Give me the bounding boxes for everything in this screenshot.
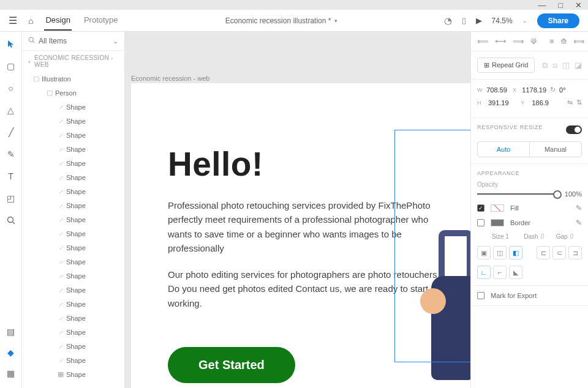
boolean-intersect-icon[interactable]: ◫: [562, 61, 570, 70]
tab-prototype[interactable]: Prototype: [83, 10, 119, 31]
layer-search[interactable]: All Items ⌄: [22, 32, 124, 51]
artboard-label[interactable]: Economic recession - web: [131, 75, 209, 82]
width-field[interactable]: 708.59: [486, 86, 509, 94]
border-checkbox[interactable]: [477, 219, 484, 226]
rotate-icon[interactable]: ↻: [550, 86, 556, 94]
align-right-icon[interactable]: ⟹: [513, 37, 524, 46]
chevron-down-icon[interactable]: ⌄: [522, 18, 527, 24]
size-field[interactable]: 1: [505, 233, 509, 240]
y-field[interactable]: 186.9: [532, 99, 561, 106]
flip-v-icon[interactable]: ⇅: [576, 99, 582, 106]
fill-swatch[interactable]: [491, 204, 504, 212]
layer-folder[interactable]: ▢Person: [22, 86, 124, 100]
line-tool[interactable]: ╱: [5, 126, 17, 138]
eyedropper-icon[interactable]: ✎: [576, 218, 582, 227]
repeat-grid-button[interactable]: ⊞Repeat Grid: [477, 58, 535, 73]
eyedropper-icon[interactable]: ✎: [576, 204, 582, 212]
manual-option[interactable]: Manual: [530, 142, 581, 157]
layer-shape[interactable]: ⟋Shape: [22, 170, 124, 184]
chevron-down-icon[interactable]: ⌄: [113, 37, 118, 45]
layer-shape[interactable]: ⟋Shape: [22, 184, 124, 198]
responsive-toggle[interactable]: [566, 125, 582, 134]
layer-shape[interactable]: ⟋Shape: [22, 269, 124, 283]
share-button[interactable]: Share: [537, 13, 579, 28]
zoom-value[interactable]: 74.5%: [492, 17, 513, 25]
layer-shape[interactable]: ⟋Shape: [22, 283, 124, 297]
device-icon[interactable]: ▯: [462, 16, 466, 25]
tab-design[interactable]: Design: [44, 10, 71, 31]
layers-panel-icon[interactable]: ◆: [5, 346, 17, 359]
flip-h-icon[interactable]: ⇋: [567, 99, 573, 106]
layer-shape[interactable]: ⟋Shape: [22, 212, 124, 226]
rectangle-tool[interactable]: ▢: [5, 60, 17, 72]
layer-shape[interactable]: ⟋Shape: [22, 297, 124, 311]
align-top-icon[interactable]: ⟰: [560, 37, 567, 46]
artboard[interactable]: Hello! Professional photo retouching ser…: [131, 83, 470, 388]
text-tool[interactable]: T: [5, 170, 17, 182]
align-center-v-icon[interactable]: ⟺: [573, 37, 585, 46]
layer-shape[interactable]: ⟋Shape: [22, 226, 124, 241]
plugins-panel-icon[interactable]: ▦: [5, 367, 17, 379]
join-round-icon[interactable]: ⌐: [493, 266, 507, 279]
auto-option[interactable]: Auto: [478, 142, 530, 157]
mark-export-checkbox[interactable]: [477, 292, 484, 299]
boolean-add-icon[interactable]: ⧉: [542, 61, 548, 70]
layer-breadcrumb[interactable]: ‹ ECONOMIC RECESSION - WEB: [22, 51, 124, 72]
layer-shape[interactable]: ⟋Shape: [22, 198, 124, 212]
chevron-down-icon[interactable]: ▾: [334, 18, 337, 24]
boolean-subtract-icon[interactable]: ⧈: [552, 61, 557, 70]
dash-field[interactable]: 0: [541, 233, 545, 240]
layer-shape[interactable]: ⟋Shape: [22, 325, 124, 339]
layer-shape[interactable]: ⟋Shape: [22, 339, 124, 353]
resize-mode-segment[interactable]: Auto Manual: [477, 141, 582, 157]
layer-shape[interactable]: ⟋Shape: [22, 114, 124, 128]
artboard-tool[interactable]: ◰: [5, 192, 17, 204]
window-maximize[interactable]: □: [558, 1, 563, 10]
gap-field[interactable]: 0: [570, 233, 574, 240]
stroke-outer-icon[interactable]: ◧: [509, 246, 522, 259]
cap-round-icon[interactable]: ⊂: [552, 246, 566, 259]
canvas[interactable]: Economic recession - web Hello! Professi…: [125, 32, 470, 388]
layer-shape[interactable]: ⟋Shape: [22, 142, 124, 156]
stroke-center-icon[interactable]: ◫: [493, 246, 507, 259]
window-minimize[interactable]: —: [538, 1, 546, 10]
layer-shape[interactable]: ⟋Shape: [22, 353, 124, 367]
rotation-field[interactable]: 0°: [559, 86, 582, 94]
menu-icon[interactable]: ☰: [9, 15, 17, 26]
document-title[interactable]: Economic recession illustration *: [225, 17, 331, 25]
stroke-inner-icon[interactable]: ▣: [477, 246, 491, 259]
x-field[interactable]: 1178.19: [522, 86, 546, 94]
window-close[interactable]: ✕: [575, 1, 582, 10]
cap-square-icon[interactable]: ⊐: [568, 246, 582, 259]
layer-shape[interactable]: ▦Shape: [22, 367, 124, 381]
boolean-exclude-icon[interactable]: ◪: [575, 61, 582, 70]
select-tool[interactable]: [5, 38, 17, 50]
layer-shape[interactable]: ⟋Shape: [22, 241, 124, 255]
play-icon[interactable]: ▶: [476, 16, 482, 25]
align-center-h-icon[interactable]: ⟷: [495, 37, 507, 46]
pen-tool[interactable]: ✎: [5, 148, 17, 160]
user-icon[interactable]: ◔: [444, 15, 452, 26]
layer-shape[interactable]: ⟋Shape: [22, 255, 124, 269]
layer-shape[interactable]: ⟋Shape: [22, 311, 124, 325]
height-field[interactable]: 391.19: [488, 99, 518, 106]
opacity-slider[interactable]: [477, 193, 559, 195]
opacity-value[interactable]: 100%: [565, 190, 582, 198]
layer-folder[interactable]: ▢Illustraton: [22, 72, 124, 86]
zoom-tool[interactable]: [5, 214, 17, 226]
layer-shape[interactable]: ⟋Shape: [22, 100, 124, 114]
cap-butt-icon[interactable]: ⊏: [537, 246, 550, 259]
ellipse-tool[interactable]: ○: [5, 82, 17, 94]
assets-panel-icon[interactable]: ▤: [5, 326, 17, 338]
align-left-icon[interactable]: ⟸: [477, 37, 489, 46]
join-bevel-icon[interactable]: ◣: [509, 266, 522, 279]
layer-shape[interactable]: ⟋Shape: [22, 156, 124, 170]
align-bottom-icon[interactable]: ⟱: [530, 37, 537, 46]
layer-shape[interactable]: ⟋Shape: [22, 128, 124, 142]
fill-checkbox[interactable]: ✓: [477, 204, 484, 212]
distribute-h-icon[interactable]: ≡: [549, 37, 554, 46]
home-icon[interactable]: ⌂: [28, 16, 33, 26]
border-swatch[interactable]: [491, 219, 504, 226]
polygon-tool[interactable]: △: [5, 104, 17, 116]
join-miter-icon[interactable]: ∟: [477, 266, 491, 279]
